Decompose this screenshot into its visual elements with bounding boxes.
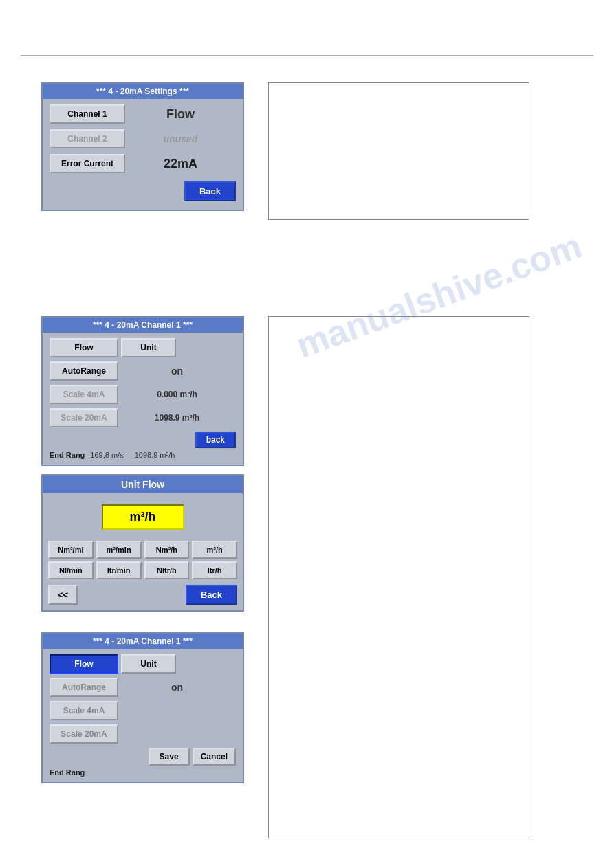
back-row: Back — [50, 179, 236, 204]
error-current-row: Error Current 22mA — [50, 154, 236, 173]
uf-btn-nltrh[interactable]: Nltr/h — [144, 561, 190, 579]
endrang-val2: 1098.9 m³/h — [135, 451, 175, 459]
scale4ma-row: Scale 4mA 0.000 m³/h — [50, 385, 236, 404]
autorange-row: AutoRange on — [50, 361, 236, 381]
settings-panel: *** 4 - 20mA Settings *** Channel 1 Flow… — [41, 82, 244, 211]
autorange-button[interactable]: AutoRange — [50, 361, 118, 381]
unit-flow-panel: Unit Flow m³/h Nm³/mi m³/min Nm³/h m³/h … — [41, 474, 244, 612]
back-button[interactable]: Back — [184, 181, 236, 201]
unitflow-selected-row: m³/h — [43, 499, 243, 535]
s3-flow-button[interactable]: Flow — [50, 654, 118, 674]
settings-panel-title: *** 4 - 20mA Settings *** — [43, 84, 243, 99]
s3-endrang-label: End Rang — [50, 768, 85, 777]
endrang-row: End Rang 169,8 m/s 1098.9 m³/h — [50, 451, 236, 459]
unitflow-grid: Nm³/mi m³/min Nm³/h m³/h Nl/min ltr/min … — [43, 541, 243, 585]
scale4ma-value: 0.000 m³/h — [118, 390, 236, 399]
s3-cancel-button[interactable]: Cancel — [193, 748, 236, 766]
s3-scale20ma-button[interactable]: Scale 20mA — [50, 724, 118, 744]
s3-autorange-value: on — [118, 682, 236, 693]
s3-unit-button[interactable]: Unit — [121, 654, 176, 674]
channel1-bottom-panel: *** 4 - 20mA Channel 1 *** Flow Unit Aut… — [41, 632, 244, 783]
uf-btn-ltrmin[interactable]: ltr/min — [96, 561, 142, 579]
s3-endrang-row: End Rang — [50, 768, 236, 777]
scale4ma-button[interactable]: Scale 4mA — [50, 385, 118, 404]
uf-btn-m3h[interactable]: m³/h — [192, 541, 237, 559]
uf-btn-nm3h[interactable]: Nm³/h — [144, 541, 190, 559]
channel2-value: unused — [125, 133, 236, 144]
scale20ma-button[interactable]: Scale 20mA — [50, 408, 118, 427]
uf-btn-ltrh[interactable]: ltr/h — [192, 561, 237, 579]
endrang-val1: 169,8 m/s — [90, 451, 123, 459]
back-button-2[interactable]: back — [195, 432, 236, 448]
s3-save-cancel-row: Save Cancel — [50, 748, 236, 766]
top-divider — [21, 55, 593, 56]
uf-btn-nlmin[interactable]: Nl/min — [48, 561, 94, 579]
scale20ma-row: Scale 20mA 1098.9 m³/h — [50, 408, 236, 427]
unit-button-top[interactable]: Unit — [121, 338, 176, 357]
s3-flow-unit-row: Flow Unit — [50, 654, 236, 674]
uf-btn-nm3mi[interactable]: Nm³/mi — [48, 541, 94, 559]
error-current-value: 22mA — [125, 157, 236, 171]
s3-autorange-button[interactable]: AutoRange — [50, 678, 118, 697]
s3-scale4ma-button[interactable]: Scale 4mA — [50, 701, 118, 720]
unit-flow-title: Unit Flow — [43, 476, 243, 493]
channel1-row: Channel 1 Flow — [50, 104, 236, 124]
back-row2: back — [50, 432, 236, 448]
channel1-bottom-panel-title: *** 4 - 20mA Channel 1 *** — [43, 634, 243, 649]
section1-info-box — [268, 82, 529, 220]
error-current-button[interactable]: Error Current — [50, 154, 125, 173]
autorange-value: on — [118, 366, 236, 377]
channel1-top-panel-title: *** 4 - 20mA Channel 1 *** — [43, 318, 243, 333]
s3-scale4ma-row: Scale 4mA — [50, 701, 236, 720]
unitflow-bottom: << Back — [43, 585, 243, 610]
channel2-button[interactable]: Channel 2 — [50, 129, 125, 148]
channel1-top-panel: *** 4 - 20mA Channel 1 *** Flow Unit Aut… — [41, 316, 244, 466]
s3-save-button[interactable]: Save — [149, 748, 190, 766]
channel2-row: Channel 2 unused — [50, 129, 236, 148]
scale20ma-value: 1098.9 m³/h — [118, 413, 236, 423]
flow-unit-row: Flow Unit — [50, 338, 236, 357]
s3-scale20ma-row: Scale 20mA — [50, 724, 236, 744]
section2-info-box — [268, 316, 529, 838]
unitflow-back-button[interactable]: Back — [186, 585, 237, 605]
s3-autorange-row: AutoRange on — [50, 678, 236, 697]
endrang-label: End Rang — [50, 451, 85, 459]
unitflow-selected-value: m³/h — [102, 504, 184, 530]
channel1-value: Flow — [125, 107, 236, 122]
flow-button-top[interactable]: Flow — [50, 338, 118, 357]
channel1-button[interactable]: Channel 1 — [50, 104, 125, 124]
uf-btn-m3min[interactable]: m³/min — [96, 541, 142, 559]
unitflow-prev-button[interactable]: << — [48, 585, 78, 605]
